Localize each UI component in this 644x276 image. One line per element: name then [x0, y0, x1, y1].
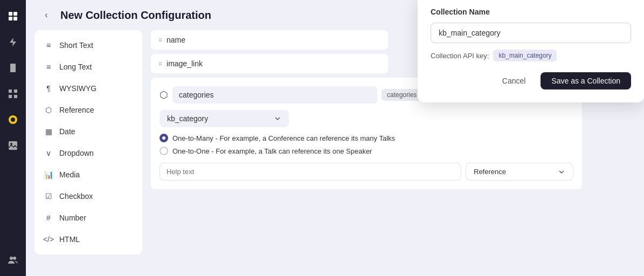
number-icon: #	[43, 212, 54, 223]
svg-rect-7	[14, 95, 17, 98]
html-label: HTML	[59, 235, 80, 244]
back-button[interactable]: ‹	[39, 8, 54, 23]
number-type[interactable]: # Number	[34, 207, 142, 229]
checkbox-label: Checkbox	[59, 192, 93, 201]
svg-point-12	[10, 257, 13, 260]
svg-point-13	[13, 257, 16, 260]
one-to-one-option[interactable]: One-to-One - For example, a Talk can ref…	[160, 147, 573, 155]
date-label: Date	[59, 127, 75, 136]
reference-icon: ⬡	[43, 105, 54, 115]
dropdown-type[interactable]: ∨ Dropdown	[34, 142, 142, 164]
svg-rect-10	[9, 141, 17, 150]
collection-name-input[interactable]	[431, 23, 631, 43]
ref-type-value: Reference	[474, 168, 506, 176]
home-icon[interactable]	[5, 9, 20, 24]
html-type[interactable]: </> HTML	[34, 229, 142, 250]
one-to-one-radio[interactable]	[160, 147, 168, 155]
long-text-icon: ≡	[43, 61, 54, 72]
one-to-many-radio[interactable]	[160, 134, 168, 142]
number-label: Number	[59, 213, 86, 222]
ref-footer: Reference	[160, 163, 573, 181]
svg-rect-6	[9, 95, 12, 98]
document-icon[interactable]	[5, 60, 20, 75]
svg-point-9	[11, 118, 15, 122]
dropdown-label-text: Dropdown	[59, 149, 94, 157]
drag-icon-name: ≡	[158, 36, 162, 44]
api-key-label: Collection API key:	[431, 52, 489, 60]
collection-select-dropdown[interactable]: kb_category	[160, 110, 289, 127]
ref-tag: categories	[382, 89, 422, 101]
users-icon[interactable]	[5, 252, 20, 267]
ref-type-dropdown[interactable]: Reference	[466, 163, 573, 181]
reference-label: Reference	[59, 106, 94, 114]
drag-icon-imagelink: ≡	[158, 60, 162, 67]
ref-link-icon: ⬡	[160, 89, 168, 101]
popup-title: Collection Name	[431, 8, 631, 16]
ref-type-chevron-icon	[558, 168, 565, 176]
date-type[interactable]: ▦ Date	[34, 121, 142, 142]
dropdown-icon: ∨	[43, 148, 54, 158]
popup-actions: Cancel Save as a Collection	[431, 72, 631, 89]
svg-rect-0	[9, 12, 12, 16]
field-imagelink-input[interactable]	[167, 59, 380, 68]
wysiwyg-icon: ¶	[43, 83, 54, 94]
cancel-button[interactable]: Cancel	[493, 72, 536, 89]
radio-group: One-to-Many - For example, a Conference …	[160, 134, 573, 155]
reference-type[interactable]: ⬡ Reference	[34, 99, 142, 121]
short-text-type[interactable]: ≡ Short Text	[34, 34, 142, 56]
short-text-label: Short Text	[59, 41, 93, 50]
save-collection-button[interactable]: Save as a Collection	[541, 72, 631, 89]
collection-dropdown-value: kb_category	[167, 114, 208, 123]
media-type[interactable]: 📊 Media	[34, 164, 142, 185]
bolt-icon[interactable]	[5, 34, 20, 50]
long-text-label: Long Text	[59, 63, 92, 71]
image-icon[interactable]	[5, 138, 20, 153]
field-name-input[interactable]	[167, 36, 380, 44]
grid-icon[interactable]	[5, 86, 20, 101]
svg-rect-5	[14, 89, 17, 93]
field-imagelink-wrap: ≡	[151, 54, 388, 73]
html-icon: </>	[43, 234, 54, 245]
one-to-many-label: One-to-Many - For example, a Conference …	[172, 134, 395, 142]
checkbox-type[interactable]: ☑ Checkbox	[34, 185, 142, 207]
popup-api-row: Collection API key: kb_main_category	[431, 50, 631, 61]
media-icon: 📊	[43, 169, 54, 180]
short-text-icon: ≡	[43, 40, 54, 51]
one-to-many-option[interactable]: One-to-Many - For example, a Conference …	[160, 134, 573, 142]
svg-rect-3	[13, 17, 17, 20]
one-to-one-label: One-to-One - For example, a Talk can ref…	[172, 147, 372, 155]
svg-rect-2	[9, 17, 12, 20]
help-text-input[interactable]	[160, 163, 461, 181]
field-types-panel: ≡ Short Text ≡ Long Text ¶ WYSIWYG ⬡ Ref…	[34, 30, 142, 254]
date-icon: ▦	[43, 126, 54, 137]
long-text-type[interactable]: ≡ Long Text	[34, 56, 142, 78]
collection-name-popup: Collection Name Collection API key: kb_m…	[418, 0, 644, 102]
ref-label-input[interactable]	[172, 86, 377, 104]
media-label: Media	[59, 170, 80, 179]
wysiwyg-label: WYSIWYG	[59, 84, 96, 93]
field-name-wrap: ≡	[151, 30, 388, 50]
wysiwyg-type[interactable]: ¶ WYSIWYG	[34, 78, 142, 99]
svg-rect-4	[9, 89, 12, 93]
checkbox-icon: ☑	[43, 191, 54, 202]
api-key-badge: kb_main_category	[493, 50, 557, 61]
collection-chevron-icon	[274, 115, 281, 122]
badge-icon[interactable]	[5, 112, 20, 127]
sidebar	[0, 0, 26, 276]
main-content: ‹ New Collection Configuration name Crea…	[26, 0, 644, 276]
svg-rect-1	[13, 12, 17, 16]
